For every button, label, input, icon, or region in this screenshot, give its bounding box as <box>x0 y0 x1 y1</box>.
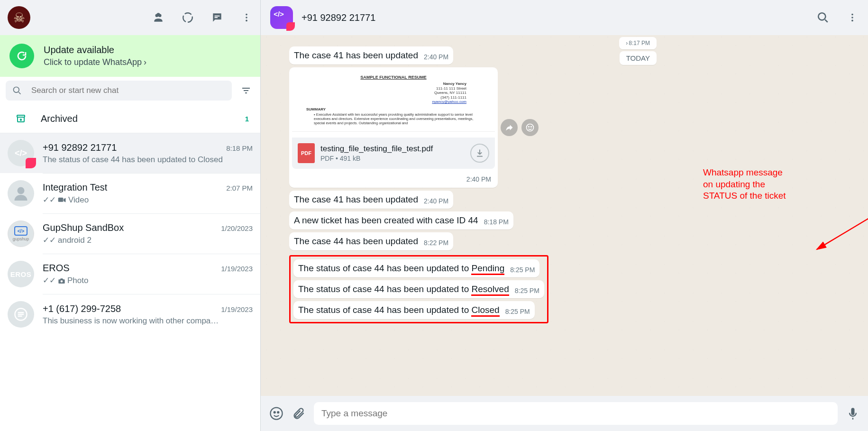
pdf-icon: PDF <box>298 143 315 163</box>
my-avatar[interactable] <box>8 6 30 29</box>
search-icon <box>12 86 22 95</box>
chat-header[interactable]: </> +91 92892 21771 <box>261 0 868 35</box>
filter-icon[interactable] <box>238 85 255 96</box>
archive-icon <box>8 113 34 124</box>
message-bubble[interactable]: The case 41 has been updated2:40 PM <box>289 191 453 209</box>
contact-name: +91 92892 21771 <box>302 12 375 23</box>
chat-name: EROS <box>43 263 70 274</box>
svg-point-20 <box>529 127 530 128</box>
svg-rect-10 <box>17 115 25 117</box>
svg-rect-4 <box>215 16 220 17</box>
message-time: 2:40 PM <box>424 197 448 205</box>
search-box[interactable] <box>6 81 232 101</box>
svg-point-2 <box>156 13 160 16</box>
chat-time: 1/20/2023 <box>221 224 253 232</box>
file-message[interactable]: SAMPLE FUNCTIONAL RESUME Nancy Yancy 111… <box>289 67 498 188</box>
message-time: 8:25 PM <box>510 266 535 274</box>
forward-icon[interactable] <box>501 119 518 136</box>
svg-point-17 <box>851 17 853 18</box>
chat-name: Integration Test <box>43 182 107 193</box>
chat-preview: android 2 <box>58 236 91 245</box>
message-bubble[interactable]: The status of case 44 has been updated t… <box>293 280 544 298</box>
message-bubble[interactable]: The status of case 44 has been updated t… <box>293 301 535 319</box>
chat-time: 1/19/2023 <box>221 265 253 273</box>
chat-item-0[interactable]: </> +91 92892 217718:18 PM The status of… <box>0 133 260 173</box>
svg-point-6 <box>246 14 247 16</box>
update-title: Update available <box>44 45 146 55</box>
chat-item-3[interactable]: EROS EROS1/19/2023 ✓✓ Photo <box>0 254 260 294</box>
chat-preview: This business is now working with other … <box>43 316 219 326</box>
message-time: 2:40 PM <box>424 53 448 61</box>
read-tick-icon: ✓✓ <box>43 235 56 245</box>
contact-avatar: </> <box>270 6 293 29</box>
message-bubble[interactable]: The case 44 has been updated8:22 PM <box>289 232 453 250</box>
svg-point-23 <box>271 408 283 420</box>
update-banner[interactable]: Update available Click to update WhatsAp… <box>0 35 260 77</box>
chat-time: 2:07 PM <box>226 184 253 192</box>
message-input[interactable] <box>321 408 830 419</box>
annotation-highlight-box: The status of case 44 has been updated t… <box>289 255 548 323</box>
svg-point-9 <box>14 87 19 93</box>
svg-rect-12 <box>58 197 64 202</box>
mic-icon[interactable] <box>846 407 859 420</box>
chat-time: 8:18 PM <box>226 144 253 152</box>
message-text: The case 41 has been updated <box>294 194 418 205</box>
message-text: The case 41 has been updated <box>294 50 418 61</box>
message-bubble[interactable]: A new ticket has been created with case … <box>289 211 513 229</box>
chat-name: +91 92892 21771 <box>43 142 117 153</box>
message-time: 8:25 PM <box>515 287 539 294</box>
archived-row[interactable]: Archived 1 <box>0 104 260 133</box>
chat-avatar: </> <box>8 140 34 166</box>
left-panel: Update available Click to update WhatsAp… <box>0 0 261 431</box>
annotation-arrow <box>545 190 868 266</box>
chat-avatar <box>8 301 34 328</box>
svg-point-16 <box>851 14 853 16</box>
svg-point-21 <box>531 127 532 128</box>
chat-avatar: EROS <box>8 261 34 287</box>
message-text: A new ticket has been created with case … <box>294 215 478 226</box>
chat-name: GupShup SandBox <box>43 222 124 233</box>
svg-point-11 <box>18 187 25 194</box>
svg-point-8 <box>246 20 247 22</box>
svg-line-22 <box>817 213 868 249</box>
message-text: The case 44 has been updated <box>294 236 418 247</box>
svg-rect-5 <box>215 17 218 18</box>
chat-preview: Photo <box>67 276 88 285</box>
chat-preview: Video <box>68 195 89 205</box>
chat-item-2[interactable]: </>gupshup GupShup SandBox1/20/2023 ✓✓an… <box>0 214 260 254</box>
menu-icon[interactable] <box>240 11 253 24</box>
status-icon[interactable] <box>182 11 194 24</box>
video-icon <box>58 197 66 203</box>
react-icon[interactable] <box>521 119 539 136</box>
new-chat-icon[interactable] <box>211 11 223 24</box>
file-meta: PDF • 491 kB <box>320 155 465 162</box>
file-preview: SAMPLE FUNCTIONAL RESUME Nancy Yancy 111… <box>292 70 495 132</box>
chat-list: </> +91 92892 217718:18 PM The status of… <box>0 133 260 431</box>
download-button[interactable] <box>470 144 489 163</box>
search-input[interactable] <box>31 86 225 95</box>
message-time: 2:40 PM <box>463 174 495 185</box>
chat-time: 1/19/2023 <box>221 305 253 313</box>
chat-item-4[interactable]: +1 (617) 299-72581/19/2023 This business… <box>0 294 260 334</box>
read-tick-icon: ✓✓ <box>43 195 56 205</box>
chat-preview: The status of case 44 has been updated t… <box>43 155 223 165</box>
message-text: The status of case 44 has been updated t… <box>298 263 504 274</box>
communities-icon[interactable] <box>152 11 164 24</box>
right-panel: </> +91 92892 21771 › 8:17 PM TODAY The … <box>261 0 868 431</box>
chat-item-1[interactable]: Integration Test2:07 PM ✓✓ Video <box>0 174 260 213</box>
composer <box>261 396 868 431</box>
message-bubble[interactable]: The status of case 44 has been updated t… <box>293 259 539 277</box>
svg-point-19 <box>527 124 534 131</box>
message-input-wrap[interactable] <box>314 402 838 425</box>
svg-point-15 <box>818 13 825 20</box>
archived-label: Archived <box>41 113 245 124</box>
emoji-icon[interactable] <box>269 406 283 421</box>
message-text: The status of case 44 has been updated t… <box>298 305 500 315</box>
search-in-chat-icon[interactable] <box>817 11 829 24</box>
update-subtitle: Click to update WhatsApp› <box>44 57 146 67</box>
day-label: TODAY <box>620 51 657 65</box>
svg-point-3 <box>183 13 192 22</box>
chat-menu-icon[interactable] <box>846 11 859 24</box>
message-bubble[interactable]: The case 41 has been updated 2:40 PM <box>289 46 453 64</box>
attach-icon[interactable] <box>292 407 305 420</box>
